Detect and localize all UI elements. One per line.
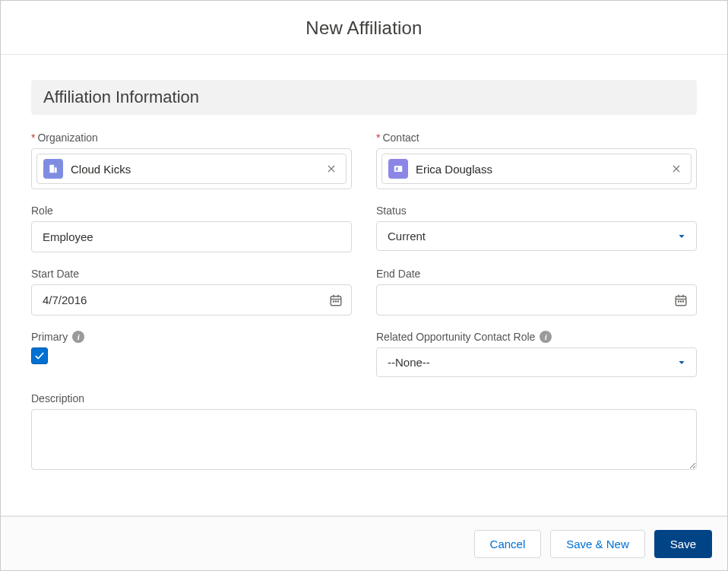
save-button[interactable]: Save <box>654 530 712 558</box>
modal-footer: Cancel Save & New Save <box>1 515 727 570</box>
svg-rect-8 <box>335 300 337 302</box>
start-date-input[interactable] <box>31 284 352 316</box>
calendar-icon[interactable] <box>674 293 688 307</box>
svg-rect-13 <box>678 300 679 302</box>
field-organization: *Organization Cloud Kicks <box>31 132 352 189</box>
primary-checkbox[interactable] <box>31 347 48 364</box>
svg-rect-1 <box>55 167 57 173</box>
contact-pill: Erica Douglass <box>381 154 692 184</box>
field-description: Description <box>31 392 697 470</box>
modal-body[interactable]: Affiliation Information *Organization Cl… <box>1 57 727 515</box>
caret-down-icon <box>677 232 686 241</box>
field-end-date: End Date <box>376 268 697 316</box>
related-opp-role-value: --None-- <box>388 356 430 369</box>
end-date-input[interactable] <box>376 284 697 316</box>
role-input[interactable] <box>31 221 352 252</box>
required-indicator: * <box>376 132 380 144</box>
svg-rect-2 <box>394 166 403 172</box>
label-contact: *Contact <box>376 132 697 144</box>
label-role: Role <box>31 205 352 217</box>
calendar-icon[interactable] <box>329 293 343 307</box>
modal-title: New Affiliation <box>1 17 727 39</box>
divider <box>1 54 727 55</box>
organization-pill: Cloud Kicks <box>36 154 347 184</box>
svg-rect-15 <box>682 300 684 302</box>
clear-organization-button[interactable] <box>323 160 340 177</box>
label-primary: Primary i <box>31 331 352 343</box>
field-status: Status Current <box>376 205 697 252</box>
contact-value: Erica Douglass <box>416 163 660 176</box>
info-icon[interactable]: i <box>540 331 552 343</box>
field-role: Role <box>31 205 352 252</box>
save-and-new-button[interactable]: Save & New <box>550 530 645 558</box>
status-select[interactable]: Current <box>376 221 697 251</box>
organization-lookup[interactable]: Cloud Kicks <box>31 148 352 189</box>
info-icon[interactable]: i <box>72 331 84 343</box>
field-primary: Primary i <box>31 331 352 377</box>
svg-rect-12 <box>682 294 684 297</box>
svg-rect-14 <box>680 300 682 302</box>
required-indicator: * <box>31 132 35 144</box>
field-related-opp-role: Related Opportunity Contact Role i --Non… <box>376 331 697 377</box>
label-organization: *Organization <box>31 132 352 144</box>
svg-rect-6 <box>337 294 339 297</box>
field-start-date: Start Date <box>31 268 352 316</box>
svg-point-3 <box>396 167 398 170</box>
label-description: Description <box>31 392 697 404</box>
section-title: Affiliation Information <box>43 87 685 107</box>
caret-down-icon <box>677 358 686 367</box>
label-start-date: Start Date <box>31 268 352 280</box>
contact-lookup[interactable]: Erica Douglass <box>376 148 697 189</box>
contact-icon <box>388 159 408 179</box>
label-status: Status <box>376 205 697 217</box>
cancel-button[interactable]: Cancel <box>474 530 542 558</box>
account-icon <box>43 159 63 179</box>
clear-contact-button[interactable] <box>668 160 685 177</box>
svg-rect-7 <box>333 300 334 302</box>
svg-rect-9 <box>337 300 339 302</box>
svg-rect-5 <box>333 294 334 297</box>
section-header: Affiliation Information <box>31 80 697 115</box>
svg-rect-11 <box>678 294 679 297</box>
related-opp-role-select[interactable]: --None-- <box>376 347 697 377</box>
organization-value: Cloud Kicks <box>71 163 315 176</box>
modal-header: New Affiliation <box>1 1 727 54</box>
label-related-opp-role: Related Opportunity Contact Role i <box>376 331 697 343</box>
status-value: Current <box>388 230 426 243</box>
field-contact: *Contact Erica Douglass <box>376 132 697 189</box>
svg-rect-0 <box>49 165 54 173</box>
form-grid: *Organization Cloud Kicks *Contact <box>31 132 697 470</box>
label-end-date: End Date <box>376 268 697 280</box>
description-textarea[interactable] <box>31 409 697 470</box>
